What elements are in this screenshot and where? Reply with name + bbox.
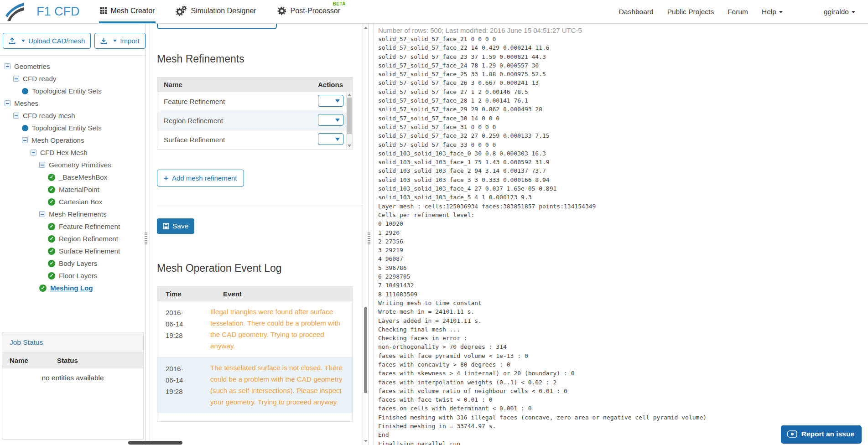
- refinement-name: Feature Refinement: [157, 98, 318, 105]
- tab-post-processor[interactable]: Post-Processor BETA: [276, 0, 341, 23]
- tree-item-icon[interactable]: [39, 211, 45, 217]
- save-icon: [163, 223, 169, 229]
- tree-item-label: Geometries: [14, 62, 50, 70]
- tree-item-icon[interactable]: [48, 198, 55, 206]
- tree-item-icon[interactable]: [48, 248, 55, 255]
- tree-item[interactable]: Cartesian Box: [0, 196, 146, 208]
- job-status-title: Job Status: [2, 332, 143, 353]
- tree-item[interactable]: Region Refinement: [0, 233, 146, 245]
- tree-item-icon[interactable]: [48, 223, 55, 230]
- tree-item[interactable]: Surface Refinement: [0, 245, 146, 257]
- tree-item-icon[interactable]: [13, 76, 19, 82]
- top-navbar: F1 CFD Mesh Creator Simulation Designer: [0, 0, 868, 24]
- refinements-rows: Feature Refinement Region Refinement Sur…: [157, 92, 352, 149]
- tree-item[interactable]: Meshes: [0, 97, 146, 109]
- save-button[interactable]: Save: [157, 218, 194, 234]
- divider: [157, 206, 363, 206]
- column-status: Status: [57, 357, 78, 364]
- tree-item[interactable]: _BaseMeshBox: [0, 171, 146, 183]
- refinements-table: Name Actions Feature Refinement Region R…: [157, 77, 353, 150]
- add-mesh-refinement-button[interactable]: + Add mesh refinement: [157, 170, 244, 186]
- nav-link-forum[interactable]: Forum: [728, 8, 748, 16]
- event-time: 2016-06-14 19:28: [157, 301, 188, 357]
- table-row[interactable]: Region Refinement: [157, 111, 352, 130]
- tree-item-label: CFD Hex Mesh: [40, 149, 88, 156]
- tree-item[interactable]: CFD ready: [0, 72, 146, 85]
- tree-item-icon[interactable]: [39, 162, 45, 168]
- tree-item-icon[interactable]: [22, 88, 28, 94]
- app-root: F1 CFD Mesh Creator Simulation Designer: [0, 0, 868, 445]
- tree-item-icon[interactable]: [48, 186, 55, 193]
- tree-item[interactable]: Topological Entity Sets: [0, 85, 146, 97]
- tree-item[interactable]: Topological Entity Sets: [0, 122, 146, 134]
- chevron-down-icon: [21, 40, 25, 42]
- event-message: The tesselated surface is not closed. Th…: [188, 357, 352, 413]
- tree-item[interactable]: Body Layers: [0, 257, 146, 269]
- tree-item-icon[interactable]: [39, 285, 47, 292]
- scrollbar-thumb[interactable]: [364, 307, 367, 393]
- scroll-down-icon[interactable]: [348, 145, 351, 147]
- upload-cad-mesh-button[interactable]: Upload CAD/mesh: [3, 33, 91, 49]
- table-row[interactable]: Surface Refinement: [157, 130, 352, 149]
- tree-item[interactable]: Meshing Log: [0, 282, 146, 294]
- app-logo-icon: [5, 2, 25, 22]
- tree-item-icon[interactable]: [48, 174, 55, 181]
- tab-label: Post-Processor: [291, 7, 340, 15]
- actions-dropdown[interactable]: [318, 133, 343, 145]
- tree-item-icon[interactable]: [5, 63, 10, 69]
- tree-item-icon[interactable]: [22, 137, 28, 143]
- refinement-name: Region Refinement: [157, 117, 318, 124]
- column-time: Time: [157, 287, 188, 301]
- chevron-down-icon: [852, 11, 855, 13]
- tree-item-icon[interactable]: [31, 150, 36, 155]
- tree-item-label: Topological Entity Sets: [32, 87, 102, 95]
- tree-item[interactable]: MaterialPoint: [0, 183, 146, 196]
- tree-item-icon[interactable]: [5, 100, 10, 106]
- tree-item-label: MaterialPoint: [59, 186, 99, 193]
- tree-item-label: Geometry Primitives: [49, 161, 111, 169]
- tab-label: Mesh Creator: [111, 7, 155, 15]
- project-tree: Geometries CFD ready Topological Entity …: [0, 56, 146, 294]
- panel-resize-handle[interactable]: [368, 233, 370, 244]
- tree-item-icon[interactable]: [13, 113, 19, 119]
- tab-mesh-creator[interactable]: Mesh Creator: [99, 0, 156, 23]
- tree-item-label: Meshing Log: [50, 284, 93, 292]
- tree-item-icon[interactable]: [48, 272, 55, 279]
- report-issue-button[interactable]: Report an issue: [781, 425, 862, 444]
- tree-item[interactable]: Feature Refinement: [0, 220, 146, 233]
- scroll-up-icon[interactable]: [348, 93, 351, 96]
- tree-item-label: Region Refinement: [59, 235, 118, 243]
- tree-item-label: CFD ready: [23, 75, 56, 83]
- refinements-table-header: Name Actions: [157, 78, 352, 92]
- panel-resize-handle[interactable]: [145, 233, 147, 244]
- tree-item-icon[interactable]: [48, 260, 55, 267]
- tree-item[interactable]: Floor Layers: [0, 269, 146, 282]
- column-name: Name: [2, 357, 57, 364]
- tree-item-label: Mesh Operations: [31, 136, 84, 144]
- log-meta-line: Number of rows: 500; Last modified: 2016…: [378, 26, 868, 34]
- tree-item[interactable]: CFD Hex Mesh: [0, 146, 146, 159]
- actions-dropdown[interactable]: [318, 114, 343, 126]
- table-scrollbar[interactable]: [346, 92, 352, 149]
- nav-link-dashboard[interactable]: Dashboard: [619, 8, 654, 16]
- tree-item[interactable]: Geometry Primitives: [0, 159, 146, 171]
- import-button[interactable]: Import: [94, 33, 146, 49]
- nav-menu-help[interactable]: Help: [762, 8, 783, 16]
- nav-menu-user[interactable]: ggiraldo: [824, 8, 855, 16]
- tree-item[interactable]: Geometries: [0, 60, 146, 72]
- tree-item[interactable]: CFD ready mesh: [0, 109, 146, 122]
- tab-simulation-designer[interactable]: Simulation Designer: [175, 0, 257, 23]
- navbar-links: Dashboard Public Projects Forum Help ggi…: [619, 0, 868, 23]
- actions-dropdown[interactable]: [318, 95, 343, 107]
- app-tabs: Mesh Creator Simulation Designer Post-Pr…: [99, 0, 341, 23]
- nav-link-public-projects[interactable]: Public Projects: [667, 8, 714, 16]
- table-row[interactable]: Feature Refinement: [157, 92, 352, 111]
- table-row: 2016-06-14 19:28 Illegal triangles were …: [157, 301, 352, 357]
- tree-item-icon[interactable]: [48, 235, 55, 243]
- tree-item[interactable]: Mesh Operations: [0, 134, 146, 146]
- tree-item-icon[interactable]: [22, 125, 28, 131]
- horizontal-scrollbar-thumb[interactable]: [128, 441, 182, 445]
- tree-item[interactable]: Mesh Refinements: [0, 208, 146, 220]
- settings-panel: Mesh Refinements Name Actions Feature Re…: [150, 24, 369, 445]
- scrollbar-thumb[interactable]: [347, 98, 352, 134]
